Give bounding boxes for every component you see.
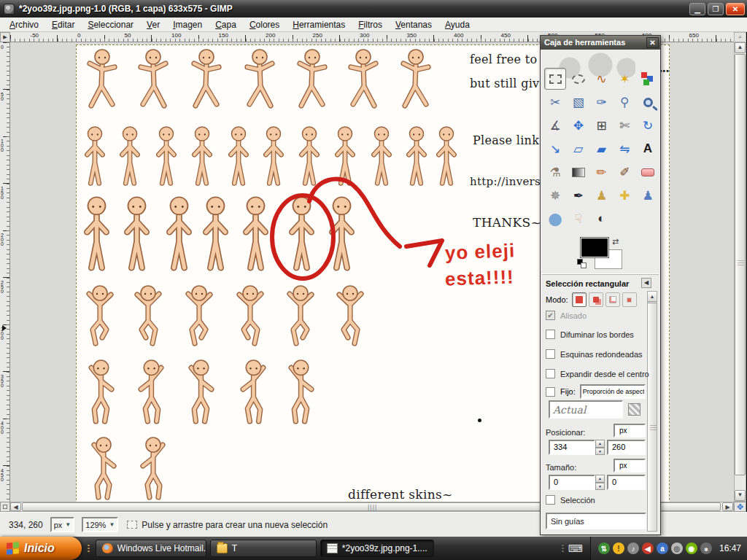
fijo-checkbox[interactable] xyxy=(546,387,555,397)
zoom-dropdown[interactable]: 129%▼ xyxy=(82,517,118,532)
menu-capa[interactable]: Capa xyxy=(209,18,243,31)
ratio-swap-button[interactable] xyxy=(628,403,640,416)
seleccion-checkbox[interactable] xyxy=(546,495,555,505)
foreground-select-tool[interactable]: ▧ xyxy=(568,91,589,113)
rotate-tool[interactable]: ↻ xyxy=(637,114,659,136)
size-height-field[interactable]: 0 xyxy=(607,475,646,490)
select-by-color-tool[interactable] xyxy=(637,68,659,90)
menu-imagen[interactable]: Imagen xyxy=(166,18,209,31)
mode-replace-button[interactable] xyxy=(572,292,587,307)
zoom-tool[interactable] xyxy=(637,91,659,113)
pencil-tool[interactable]: ✏ xyxy=(591,161,613,183)
blur-tool[interactable]: ⬤ xyxy=(544,208,566,230)
restore-button[interactable]: ❐ xyxy=(708,3,724,15)
guides-dropdown[interactable]: Sin guías xyxy=(546,513,646,529)
expandir-desde-el-centro-checkbox[interactable] xyxy=(546,369,555,378)
airbrush-tool[interactable]: ✵ xyxy=(544,184,566,206)
toolbox-close-button[interactable]: ✕ xyxy=(646,37,659,48)
paths-tool[interactable]: ✑ xyxy=(591,91,613,113)
task-firefox[interactable]: Windows Live Hotmail... xyxy=(96,540,206,557)
flip-tool[interactable]: ⇋ xyxy=(614,138,635,160)
menu-filtros[interactable]: Filtros xyxy=(352,18,389,31)
eraser-tool[interactable] xyxy=(637,161,659,183)
menu-colores[interactable]: Colores xyxy=(243,18,286,31)
cd-drive-icon[interactable]: ◎ xyxy=(671,542,683,554)
messenger-a-icon[interactable]: a xyxy=(657,542,668,554)
align-tool[interactable]: ⊞ xyxy=(591,114,613,136)
unit-dropdown[interactable]: px▼ xyxy=(50,517,75,532)
fuzzy-select-tool[interactable]: ✶ xyxy=(614,68,635,90)
scissors-select-tool[interactable]: ✂ xyxy=(544,91,566,113)
mode-subtract-button[interactable] xyxy=(605,292,620,307)
position-x-field[interactable]: 334 xyxy=(549,440,595,455)
quickmask-toggle-button[interactable] xyxy=(0,502,10,512)
size-width-field[interactable]: 0 xyxy=(549,475,595,490)
ellipse-select-tool[interactable] xyxy=(568,68,589,90)
menu-ayuda[interactable]: Ayuda xyxy=(438,18,476,31)
menu-seleccionar[interactable]: Seleccionar xyxy=(81,18,140,31)
mode-add-button[interactable] xyxy=(589,292,603,307)
task-folder[interactable]: T xyxy=(210,540,317,557)
swap-colors-icon[interactable]: ⇄ xyxy=(612,237,619,246)
mode-intersect-button[interactable] xyxy=(622,292,637,307)
ink-tool[interactable]: ✒ xyxy=(568,184,589,206)
free-select-tool[interactable]: ∿ xyxy=(591,68,613,90)
nvidia-settings-icon[interactable]: ◉ xyxy=(686,542,697,554)
magic-wand-tray-icon[interactable]: ⁎ xyxy=(700,542,712,554)
collapse-arrow-icon[interactable]: ◀ xyxy=(641,278,651,288)
zoom-follow-window-button[interactable]: ⌕ xyxy=(734,32,746,42)
toolbox-titlebar[interactable]: Caja de herramientas ✕ xyxy=(541,36,660,50)
security-alert-shield-icon[interactable]: ! xyxy=(613,542,624,554)
scroll-left-button[interactable]: ◀ xyxy=(10,502,21,511)
aspect-ratio-input[interactable]: Actual xyxy=(549,400,623,419)
network-activity-icon[interactable]: ⇅ xyxy=(598,542,610,554)
foreground-color-swatch[interactable] xyxy=(581,238,608,257)
options-scrollbar[interactable]: ▲ ——— xyxy=(647,291,657,532)
measure-tool[interactable]: ∡ xyxy=(544,114,566,136)
close-button[interactable]: ✕ xyxy=(726,3,745,15)
shear-tool[interactable]: ▱ xyxy=(568,138,589,160)
gradient-tool[interactable] xyxy=(568,161,589,183)
scale-tool[interactable]: ↘ xyxy=(544,138,566,160)
options-scroll-thumb[interactable] xyxy=(648,303,657,531)
quicklaunch-grip[interactable]: ••• xyxy=(88,544,90,553)
crop-tool[interactable]: ✄ xyxy=(614,114,635,136)
heal-tool[interactable]: ✚ xyxy=(614,184,635,206)
position-y-field[interactable]: 260 xyxy=(607,440,646,455)
menu-herramientas[interactable]: Herramientas xyxy=(286,18,352,31)
menu-archivo[interactable]: Archivo xyxy=(3,18,45,31)
text-tool[interactable]: A xyxy=(637,138,659,160)
size-spinner[interactable]: ▲▼ xyxy=(595,475,605,490)
dodge-burn-tool[interactable]: ◐ xyxy=(591,208,613,230)
color-picker-tool[interactable]: ⚲ xyxy=(614,91,635,113)
perspective-tool[interactable]: ▰ xyxy=(591,138,613,160)
task-gimp[interactable]: *2yoo39z.jpg.png-1.... xyxy=(320,540,434,557)
scroll-up-button[interactable]: ▲ xyxy=(735,42,746,53)
position-spinner[interactable]: ▲▼ xyxy=(595,440,605,455)
fijo-dropdown[interactable]: Proporción de aspecto xyxy=(580,384,646,399)
bucket-fill-tool[interactable]: ⚗ xyxy=(544,161,566,183)
navigation-button[interactable]: ✥ xyxy=(734,502,746,512)
minimize-button[interactable]: ▁ xyxy=(689,3,705,15)
reset-colors-icon[interactable] xyxy=(577,259,587,269)
volume-scheme-icon[interactable]: ♪ xyxy=(627,542,639,554)
perspective-clone-tool[interactable]: ♟ xyxy=(637,184,659,206)
tray-grip[interactable]: ••• xyxy=(562,544,564,553)
menu-arrow-button[interactable]: ▶ xyxy=(0,32,10,42)
scroll-right-button[interactable]: ▶ xyxy=(722,502,733,511)
paintbrush-tool[interactable]: ✐ xyxy=(614,161,635,183)
rectangle-select-tool[interactable] xyxy=(544,68,566,90)
menu-ventanas[interactable]: Ventanas xyxy=(389,18,438,31)
audio-horn-icon[interactable]: ◀ xyxy=(642,542,654,554)
clone-tool[interactable]: ♟ xyxy=(591,184,613,206)
esquinas-redondeadas-checkbox[interactable] xyxy=(546,349,555,359)
start-button[interactable]: Inicio xyxy=(0,537,82,560)
size-unit-dropdown[interactable]: px xyxy=(614,459,646,472)
scroll-up-button[interactable]: ▲ xyxy=(648,292,657,302)
keyboard-layout-icon[interactable]: ⌨ xyxy=(568,542,583,554)
position-unit-dropdown[interactable]: px xyxy=(614,424,646,438)
scroll-down-button[interactable]: ▼ xyxy=(735,490,746,501)
smudge-tool[interactable]: ☟ xyxy=(568,208,589,230)
menu-ver[interactable]: Ver xyxy=(140,18,166,31)
difuminar-los-bordes-checkbox[interactable] xyxy=(546,330,555,339)
